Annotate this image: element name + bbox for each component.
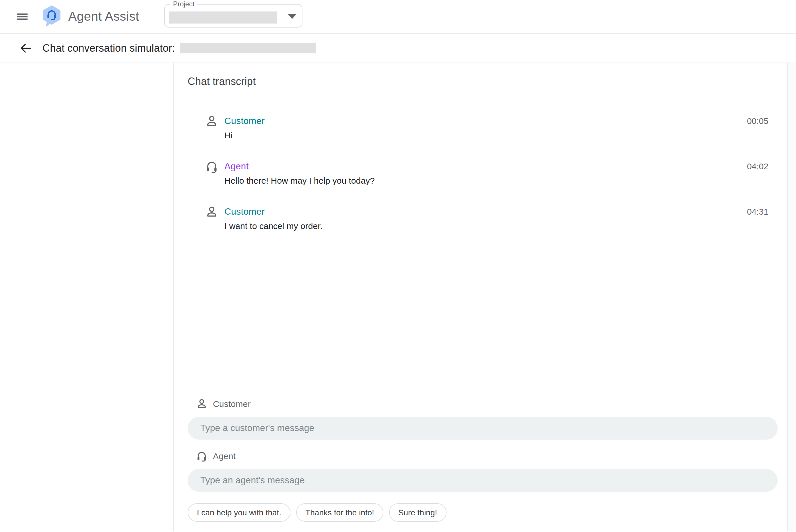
message-timestamp: 04:31 — [747, 206, 769, 218]
message-sender: Agent — [224, 160, 375, 173]
smart-reply-chip[interactable]: Thanks for the info! — [296, 503, 383, 522]
page-title: Chat conversation simulator: — [42, 42, 175, 54]
message-text: Hello there! How may I help you today? — [224, 174, 375, 187]
smart-reply-chips: I can help you with that. Thanks for the… — [188, 503, 778, 522]
message-timestamp: 00:05 — [747, 115, 769, 128]
transcript-heading: Chat transcript — [188, 75, 769, 88]
agent-assist-logo-icon — [42, 5, 61, 28]
message-timestamp: 04:02 — [747, 160, 769, 173]
agent-input-label-row: Agent — [188, 449, 778, 462]
left-panel — [0, 63, 174, 531]
page-toolbar: Chat conversation simulator: — [0, 34, 796, 63]
message-sender: Customer — [224, 206, 323, 218]
person-icon — [205, 205, 219, 218]
app-title: Agent Assist — [68, 9, 139, 24]
chat-transcript-section: Chat transcript Customer Hi 00:05 — [174, 63, 788, 382]
headset-icon — [196, 450, 208, 462]
agent-message-input[interactable] — [188, 469, 778, 492]
smart-reply-chip[interactable]: Sure thing! — [389, 503, 446, 522]
scrollbar-gutter[interactable] — [788, 63, 795, 531]
arrow-back-icon — [18, 41, 33, 56]
content-area: Chat transcript Customer Hi 00:05 — [0, 63, 796, 531]
simulator-panel: Chat transcript Customer Hi 00:05 — [174, 63, 788, 531]
project-select-label: Project — [170, 0, 197, 8]
agent-assist-app: Agent Assist Project Chat conversation s… — [0, 0, 796, 532]
hamburger-icon — [16, 10, 29, 23]
person-icon — [196, 397, 208, 410]
message-text: Hi — [224, 129, 265, 142]
message-sender: Customer — [224, 115, 265, 128]
composer-section: Customer Agent I can help you with that.… — [174, 382, 788, 531]
hamburger-menu-button[interactable] — [13, 7, 32, 26]
person-icon — [205, 114, 219, 128]
message-text: I want to cancel my order. — [224, 220, 323, 232]
agent-input-label: Agent — [213, 451, 235, 460]
customer-input-label: Customer — [213, 399, 251, 408]
customer-input-label-row: Customer — [188, 397, 778, 410]
project-value-redacted — [169, 12, 278, 23]
transcript-message-row: Customer Hi 00:05 — [188, 115, 769, 142]
transcript-message-row: Agent Hello there! How may I help you to… — [188, 160, 769, 187]
customer-message-input[interactable] — [188, 417, 778, 440]
transcript-message-row: Customer I want to cancel my order. 04:3… — [188, 206, 769, 232]
headset-icon — [205, 159, 219, 173]
app-header: Agent Assist Project — [0, 0, 796, 34]
conversation-profile-redacted — [180, 43, 316, 53]
smart-reply-chip[interactable]: I can help you with that. — [188, 503, 290, 522]
dropdown-arrow-icon — [288, 14, 297, 19]
back-button[interactable] — [17, 40, 34, 57]
project-select[interactable]: Project — [165, 4, 303, 27]
